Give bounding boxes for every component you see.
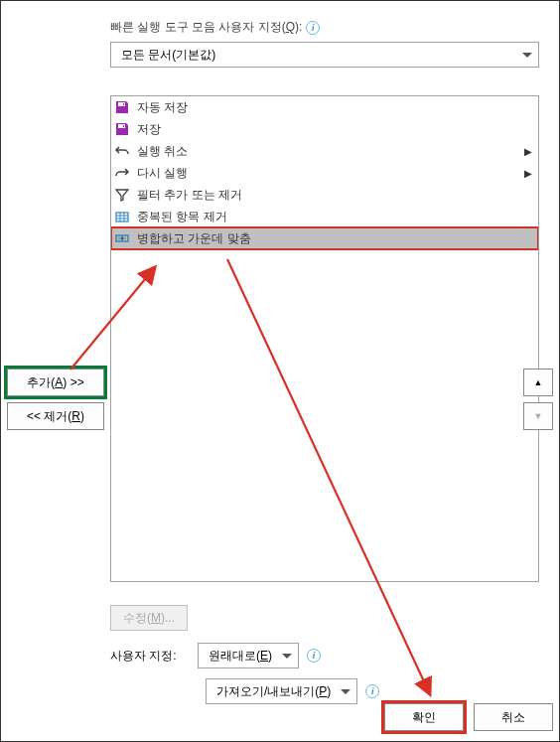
scope-dropdown[interactable]: 모든 문서(기본값) bbox=[110, 42, 539, 68]
scope-dropdown-value: 모든 문서(기본값) bbox=[121, 47, 215, 64]
filter-icon bbox=[113, 186, 131, 204]
chevron-down-icon bbox=[341, 689, 350, 694]
redo-icon bbox=[113, 164, 131, 182]
list-item[interactable]: 저장 bbox=[111, 118, 538, 140]
remove-button[interactable]: << 제거(R) bbox=[7, 402, 104, 430]
dedup-icon bbox=[113, 208, 131, 225]
merge-center-icon bbox=[113, 229, 131, 247]
move-up-button[interactable]: ▲ bbox=[523, 369, 553, 396]
commands-listbox[interactable]: 자동 저장 저장 실행 취소 ▶ 다시 실행 ▶ 필터 추가 또 bbox=[110, 95, 539, 582]
cancel-button[interactable]: 취소 bbox=[474, 703, 553, 731]
info-icon[interactable]: i bbox=[365, 684, 379, 698]
chevron-down-icon bbox=[522, 53, 532, 58]
modify-button[interactable]: 수정(M)... bbox=[110, 605, 188, 631]
svg-rect-0 bbox=[116, 213, 128, 222]
chevron-down-icon bbox=[282, 654, 292, 659]
info-icon[interactable]: i bbox=[306, 21, 320, 35]
customize-label: 사용자 지정: bbox=[110, 648, 190, 665]
move-down-button[interactable]: ▼ bbox=[523, 402, 553, 430]
list-item-selected[interactable]: 병합하고 가운데 맞춤 bbox=[111, 227, 538, 249]
add-button[interactable]: 추가(A) >> bbox=[7, 369, 104, 396]
import-export-dropdown[interactable]: 가져오기/내보내기(P) bbox=[206, 678, 357, 704]
save-icon bbox=[113, 98, 131, 116]
expand-arrow-icon: ▶ bbox=[524, 146, 532, 157]
list-item[interactable]: 자동 저장 bbox=[111, 96, 538, 118]
undo-icon bbox=[113, 142, 131, 160]
ok-button[interactable]: 확인 bbox=[384, 703, 464, 731]
info-icon[interactable]: i bbox=[307, 649, 321, 663]
reset-dropdown[interactable]: 원래대로(E) bbox=[198, 643, 299, 668]
list-item[interactable]: 중복된 항목 제거 bbox=[111, 206, 538, 227]
save-icon bbox=[113, 120, 131, 138]
scope-label: 빠른 실행 도구 모음 사용자 지정(Q): i bbox=[110, 19, 539, 36]
list-item[interactable]: 다시 실행 ▶ bbox=[111, 162, 538, 184]
list-item[interactable]: 필터 추가 또는 제거 bbox=[111, 184, 538, 206]
list-item[interactable]: 실행 취소 ▶ bbox=[111, 140, 538, 162]
expand-arrow-icon: ▶ bbox=[524, 168, 532, 179]
